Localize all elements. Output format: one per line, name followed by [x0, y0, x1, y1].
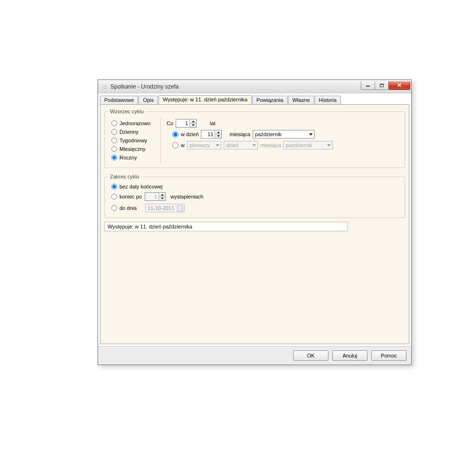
dayname-combo: dzień: [224, 141, 258, 149]
day-spinner[interactable]: [201, 130, 222, 139]
of-month2-label: miesiąca: [260, 142, 281, 148]
cancel-button[interactable]: Anuluj: [332, 350, 367, 361]
dialog-window: ⌂ Spotkanie - Urodziny szefa ✕ Podstawow…: [98, 79, 412, 365]
close-button[interactable]: ✕: [388, 81, 410, 90]
tab-wlasne[interactable]: Własne: [288, 96, 314, 105]
tabstrip: Podstawowe Opis Występuje: w 11. dzień p…: [98, 93, 411, 104]
radio-weekly-input[interactable]: [111, 138, 117, 143]
radio-noend-label: bez daty końcowej: [119, 184, 163, 189]
years-label: lat: [210, 120, 216, 126]
titlebar: ⌂ Spotkanie - Urodziny szefa ✕: [98, 80, 411, 93]
ordinal-value: pierwszy: [189, 142, 214, 148]
endafter-spinner: [145, 192, 166, 201]
radio-once-input[interactable]: [111, 120, 117, 126]
radio-weekly[interactable]: Tygodniowy: [109, 136, 160, 145]
radio-noend-input[interactable]: [111, 184, 117, 189]
radio-noend[interactable]: bez daty końcowej: [109, 182, 401, 191]
ordinal-combo-button: [214, 141, 221, 149]
close-icon: ✕: [397, 82, 402, 89]
window-controls: ✕: [361, 81, 410, 90]
radio-once-label: Jednorazowo: [119, 120, 150, 126]
tab-content: Wzorzec cyklu Jednorazowo Dzienny Tygodn…: [100, 104, 409, 344]
every-input[interactable]: [176, 119, 189, 127]
tab-historia[interactable]: Historia: [315, 96, 341, 105]
ordinal-combo: pierwszy: [187, 141, 221, 149]
day-spin-up[interactable]: [215, 130, 221, 134]
app-icon: ⌂: [101, 83, 109, 90]
window-title: Spotkanie - Urodziny szefa: [110, 83, 361, 90]
radio-once[interactable]: Jednorazowo: [109, 119, 160, 128]
dayname-combo-button: [251, 141, 258, 149]
endafter-spin-up: [159, 193, 165, 197]
endby-datebox: 11-10-2011: [145, 204, 185, 212]
endafter-spin-down: [159, 197, 165, 201]
radio-monthly-input[interactable]: [111, 146, 117, 152]
every-label: Co: [167, 120, 173, 126]
calendar-icon: [177, 205, 183, 211]
on-label: w: [181, 142, 185, 148]
every-spin-up[interactable]: [190, 119, 196, 123]
ok-button[interactable]: OK: [293, 350, 328, 361]
minimize-icon: [366, 86, 370, 87]
every-spin-down[interactable]: [190, 123, 196, 128]
detail-column: Co lat w dzień: [161, 117, 401, 164]
on-day-label: w dzień: [181, 131, 198, 137]
every-spinner[interactable]: [176, 119, 197, 128]
endby-value: 11-10-2011: [148, 205, 174, 211]
month-combo-button[interactable]: [307, 130, 314, 138]
pattern-fieldset: Wzorzec cyklu Jednorazowo Dzienny Tygodn…: [104, 109, 405, 168]
radio-endafter-input[interactable]: [111, 194, 117, 199]
radio-daily-input[interactable]: [111, 129, 117, 135]
month2-combo-button: [326, 141, 332, 149]
range-fieldset: Zakres cyklu bez daty końcowej koniec po…: [104, 174, 405, 218]
radio-on-day[interactable]: [172, 131, 178, 138]
of-month-label: miesiąca: [229, 131, 250, 137]
tab-wystepuje[interactable]: Występuje: w 11. dzień października: [159, 95, 252, 104]
radio-endby-label: do dnia: [119, 205, 137, 211]
occurrences-label: wystapieniach: [170, 194, 203, 199]
maximize-button[interactable]: [375, 81, 389, 90]
radio-on-ordinal[interactable]: [172, 142, 178, 149]
radio-yearly[interactable]: Roczny: [109, 153, 160, 162]
maximize-icon: [380, 84, 384, 87]
tab-podstawowe[interactable]: Podstawowe: [100, 96, 138, 105]
tab-powiazania[interactable]: Powiązania: [252, 96, 288, 105]
endafter-input: [145, 193, 159, 200]
range-legend: Zakres cyklu: [109, 174, 141, 179]
radio-yearly-input[interactable]: [111, 155, 117, 160]
radio-daily[interactable]: Dzienny: [109, 128, 160, 136]
month2-combo: październik: [283, 141, 333, 149]
dayname-value: dzień: [226, 142, 251, 148]
month-value: październik: [255, 131, 307, 137]
radio-endafter-label: koniec po: [119, 194, 142, 199]
day-input[interactable]: [201, 130, 215, 138]
dialog-footer: OK Anuluj Pomoc: [98, 346, 411, 365]
minimize-button[interactable]: [361, 81, 375, 90]
radio-yearly-label: Roczny: [119, 155, 137, 160]
radio-daily-label: Dzienny: [119, 129, 139, 135]
radio-weekly-label: Tygodniowy: [119, 138, 147, 143]
frequency-column: Jednorazowo Dzienny Tygodniowy Miesięczn…: [109, 117, 161, 164]
radio-endby-input[interactable]: [111, 205, 117, 211]
day-spin-down[interactable]: [215, 134, 221, 139]
tab-opis[interactable]: Opis: [139, 96, 158, 105]
radio-monthly-label: Miesięczny: [119, 146, 145, 152]
month2-value: październik: [286, 142, 326, 148]
summary-box: Występuje: w 11. dzień października: [104, 222, 348, 231]
help-button[interactable]: Pomoc: [371, 350, 407, 361]
pattern-legend: Wzorzec cyklu: [109, 109, 145, 114]
radio-monthly[interactable]: Miesięczny: [109, 145, 160, 153]
month-combo[interactable]: październik: [253, 130, 315, 139]
